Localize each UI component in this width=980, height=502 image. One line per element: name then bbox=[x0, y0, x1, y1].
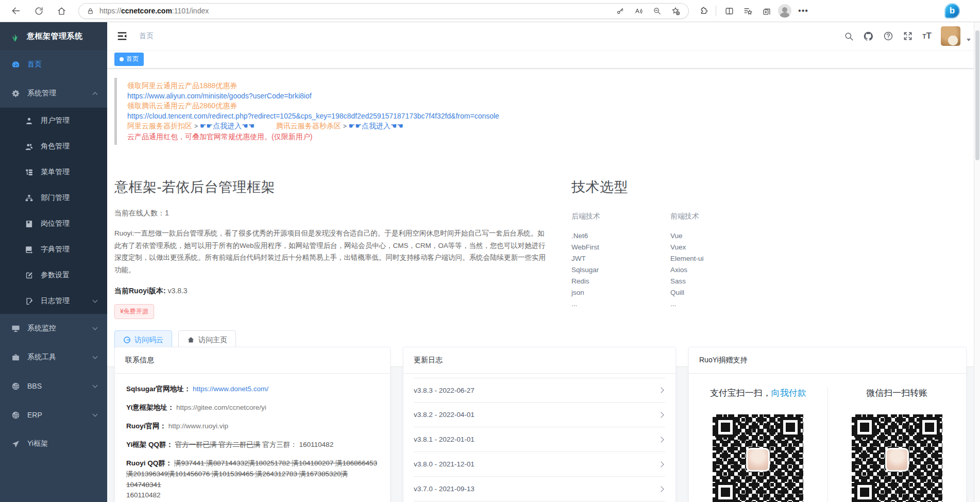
menu-tree-icon bbox=[25, 168, 33, 177]
system-management-submenu: 用户管理 角色管理 菜单管理 部门管理 岗位管理 字典管理 bbox=[0, 108, 107, 314]
split-screen-icon[interactable] bbox=[720, 2, 738, 20]
sidebar-item-post-management[interactable]: 岗位管理 bbox=[0, 211, 107, 237]
tech-item: ... bbox=[571, 298, 670, 310]
announcement-line: 领取腾讯云通用云产品2860优惠券 bbox=[127, 101, 968, 111]
sidebar-item-bbs[interactable]: BBS bbox=[0, 372, 107, 400]
changelog-item[interactable]: v3.7.0 - 2021-09-13 bbox=[414, 477, 665, 501]
github-icon[interactable] bbox=[863, 31, 874, 42]
read-aloud-icon[interactable] bbox=[630, 2, 647, 20]
contact-row-qq-ruoyi: Ruoyi QQ群： 满937441 满887144332满180251782 … bbox=[126, 458, 379, 501]
tab-bar: 首页 bbox=[107, 50, 980, 69]
changelog-item[interactable]: v3.8.2 - 2022-04-01 bbox=[414, 403, 665, 427]
breadcrumb[interactable]: 首页 bbox=[139, 31, 154, 41]
changelog-item[interactable]: v3.8.3 - 2022-06-27 bbox=[414, 378, 665, 403]
help-icon[interactable] bbox=[883, 31, 893, 41]
changelog-item[interactable]: v3.8.1 - 2022-01-01 bbox=[414, 427, 665, 452]
avatar-caret-icon[interactable] bbox=[967, 39, 971, 41]
announcement-note: 云产品通用红包，可叠加官网常规优惠使用。(仅限新用户) bbox=[127, 132, 968, 142]
sidebar-item-param-settings[interactable]: 参数设置 bbox=[0, 262, 107, 288]
sidebar-item-system-tools[interactable]: 系统工具 bbox=[0, 343, 107, 372]
qr-finder-icon bbox=[854, 482, 875, 502]
tech-item: Quill bbox=[670, 287, 769, 298]
zoom-out-icon[interactable] bbox=[648, 2, 666, 20]
sidebar-item-system-management[interactable]: 系统管理 bbox=[0, 79, 107, 108]
address-bar[interactable]: https://ccnetcore.com:1101/index bbox=[78, 3, 689, 19]
contact-row-qq-yi: Yi框架 QQ群： 官方一群已满 官方二群已满 官方三群： 160110482 bbox=[126, 440, 379, 450]
scrollbar-thumb[interactable] bbox=[975, 30, 979, 160]
changelog-item[interactable]: v3.8.0 - 2021-12-01 bbox=[414, 452, 665, 477]
aliyun-link[interactable]: https://www.aliyun.com/minisite/goods?us… bbox=[127, 92, 312, 100]
sidebar-item-menu-management[interactable]: 菜单管理 bbox=[0, 159, 107, 185]
home-solid-icon bbox=[187, 336, 195, 344]
tech-column: 技术选型 后端技术 .Net6 WebFirst JWT Sqlsugar Re… bbox=[571, 178, 769, 350]
font-size-icon[interactable]: TT bbox=[922, 31, 932, 41]
page-title: 意框架-若依后台管理框架 bbox=[114, 178, 550, 196]
extension-icon[interactable] bbox=[694, 2, 712, 20]
alipay-donate-title: 支付宝扫一扫，向我付款 bbox=[710, 387, 806, 399]
favorite-add-icon[interactable] bbox=[667, 2, 684, 20]
url-text: https://ccnetcore.com:1101/index bbox=[99, 7, 611, 15]
sidebar-item-home[interactable]: 首页 bbox=[0, 50, 107, 79]
arrow-glyph: > bbox=[194, 123, 198, 130]
fullscreen-icon[interactable] bbox=[903, 31, 913, 41]
sidebar-item-dict-management[interactable]: 字典管理 bbox=[0, 237, 107, 262]
sidebar-item-label: 系统监控 bbox=[27, 324, 56, 333]
sidebar-item-label: 系统工具 bbox=[27, 353, 56, 362]
pay-me-link[interactable]: 向我付款 bbox=[771, 388, 806, 398]
profile-avatar[interactable] bbox=[776, 2, 793, 20]
qr-center-photo bbox=[885, 448, 909, 472]
password-key-icon[interactable] bbox=[611, 2, 629, 20]
donet5-link[interactable]: https://www.donet5.com/ bbox=[193, 385, 268, 393]
sidebar-item-label: 字典管理 bbox=[41, 245, 70, 254]
qr-finder-icon bbox=[715, 482, 736, 502]
sidebar-item-log-management[interactable]: 日志管理 bbox=[0, 288, 107, 314]
intro-column: 意框架-若依后台管理框架 当前在线人数：1 Ruoyi:一直想做一款后台管理系统… bbox=[114, 178, 550, 350]
refresh-icon[interactable] bbox=[30, 2, 47, 20]
page-content: 领取阿里云通用云产品1888优惠券 https://www.aliyun.com… bbox=[107, 69, 980, 502]
home-icon[interactable] bbox=[53, 2, 70, 20]
contact-row: Ruoyi官网： http://www.ruoyi.vip bbox=[126, 421, 379, 432]
sidebar-toggle-icon[interactable] bbox=[116, 30, 128, 42]
chevron-down-icon bbox=[93, 382, 98, 388]
toolbar-divider bbox=[716, 6, 716, 16]
page-scrollbar[interactable] bbox=[974, 22, 980, 502]
sidebar-item-system-monitor[interactable]: 系统监控 bbox=[0, 314, 107, 343]
favorites-icon[interactable] bbox=[739, 2, 756, 20]
tech-item: Vuex bbox=[670, 242, 769, 253]
chevron-right-icon bbox=[658, 387, 664, 393]
tencent-link[interactable]: https://cloud.tencent.com/redirect.php?r… bbox=[127, 112, 499, 120]
chevron-down-icon bbox=[93, 325, 98, 330]
chevron-right-icon bbox=[658, 412, 664, 417]
copilot-bing-icon[interactable]: b bbox=[944, 3, 960, 19]
tab-home[interactable]: 首页 bbox=[114, 53, 144, 66]
sidebar-item-dept-management[interactable]: 部门管理 bbox=[0, 185, 107, 211]
qr-finder-icon bbox=[780, 417, 801, 438]
tech-item: .Net6 bbox=[571, 230, 670, 242]
tech-item: ... bbox=[670, 298, 769, 310]
back-icon[interactable] bbox=[7, 2, 25, 20]
click-enter-link[interactable]: ☛☛点我进入☚☚ bbox=[349, 122, 403, 130]
sidebar-item-user-management[interactable]: 用户管理 bbox=[0, 108, 107, 133]
tab-dot-icon bbox=[120, 57, 124, 61]
sidebar-item-yi-framework[interactable]: Yi框架 bbox=[0, 429, 107, 458]
wechat-donate-column: 微信扫一扫转账 bbox=[827, 387, 967, 502]
click-enter-link[interactable]: ☛☛点我进入☚☚ bbox=[200, 122, 255, 130]
collections-icon[interactable] bbox=[757, 2, 775, 20]
sidebar-item-label: 日志管理 bbox=[41, 296, 70, 306]
chevron-down-icon bbox=[93, 411, 98, 416]
search-icon[interactable] bbox=[844, 31, 854, 41]
edit-icon bbox=[25, 271, 33, 280]
toolbox-icon bbox=[11, 353, 20, 362]
promo-line: 阿里云服务器折扣区 > ☛☛点我进入☚☚ 腾讯云服务器秒杀区 > ☛☛点我进入☚… bbox=[127, 121, 968, 132]
free-open-source-tag: ¥免费开源 bbox=[114, 304, 154, 319]
qr-center-photo bbox=[746, 448, 770, 472]
tech-item: WebFirst bbox=[571, 242, 670, 253]
sidebar-item-erp[interactable]: ERP bbox=[0, 400, 107, 429]
screen: https://ccnetcore.com:1101/index ••• b bbox=[0, 0, 980, 502]
sidebar-item-label: 菜单管理 bbox=[41, 168, 70, 177]
tech-item: Element-ui bbox=[670, 253, 769, 264]
settings-more-icon[interactable]: ••• bbox=[795, 2, 812, 20]
sidebar-item-role-management[interactable]: 角色管理 bbox=[0, 133, 107, 159]
user-avatar[interactable] bbox=[941, 26, 960, 46]
tech-title: 技术选型 bbox=[571, 178, 769, 196]
